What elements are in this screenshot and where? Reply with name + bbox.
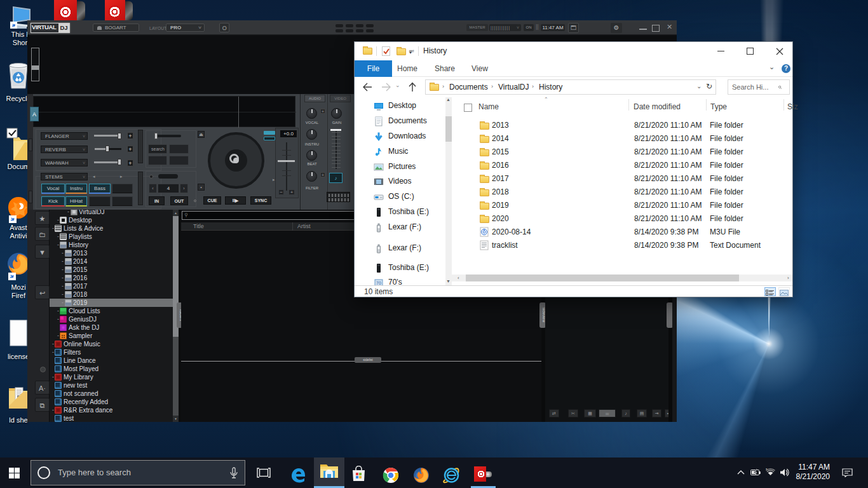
- svg-text:70: 70: [376, 281, 381, 285]
